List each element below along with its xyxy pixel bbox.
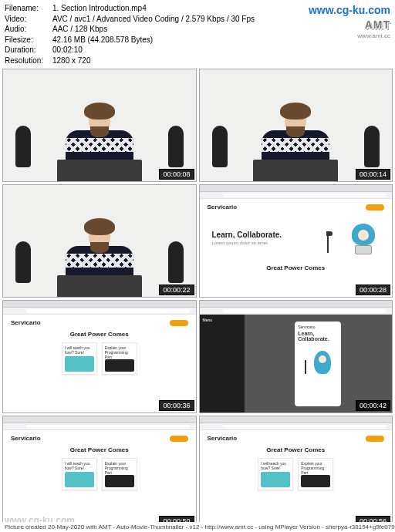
lamp-icon	[305, 360, 311, 374]
meta-label: Filename:	[5, 3, 52, 14]
meta-label: Video:	[5, 14, 52, 25]
card-caption: Explain your Programming Part	[105, 345, 134, 359]
browser-address-bar	[200, 192, 393, 199]
hero-illustration	[324, 219, 380, 256]
browser-tab-bar	[3, 416, 196, 423]
offer-card: I will teach you how? Sure!	[62, 458, 97, 490]
card-caption: Explain your Programming Part	[105, 461, 134, 475]
meta-resolution: Resolution:1280 x 720	[5, 56, 390, 66]
meta-value: 00:02:10	[52, 45, 83, 56]
offer-card: Explain your Programming Part	[102, 458, 137, 490]
thumbnail-8: Servicario Great Power Comes I will teac…	[199, 416, 393, 529]
card-image	[261, 472, 290, 487]
hero-section: Learn, Collaborate. Lorem ipsum dolor si…	[208, 215, 385, 260]
card-caption: I will teach you how? Sure!	[261, 461, 290, 470]
cta-button	[170, 320, 188, 326]
section-heading: Great Power Comes	[208, 446, 385, 453]
hero-title: Learn, Collaborate.	[298, 331, 338, 342]
brand-logo: Servicario	[298, 325, 338, 329]
browser-tab-bar	[200, 301, 393, 308]
cta-button	[170, 436, 188, 442]
card-caption: I will teach you how? Sure!	[65, 461, 94, 470]
site-nav: Servicario	[208, 435, 385, 442]
devtools-heading: Menu	[203, 318, 241, 322]
site-nav: Servicario	[208, 204, 385, 210]
timestamp: 00:00:08	[159, 169, 194, 180]
microphone-icon	[168, 241, 184, 283]
meta-label: Audio:	[5, 24, 52, 35]
laptop-icon	[57, 160, 142, 181]
thumbnail-2: 00:00:14	[199, 69, 393, 182]
thumbnail-6: Menu Servicario Learn, Collaborate. 00:0…	[199, 300, 393, 413]
hero-subtitle: Lorem ipsum dolor sit amet	[212, 241, 282, 245]
microphone-icon	[212, 126, 228, 167]
microphone-icon	[364, 126, 380, 167]
timestamp: 00:00:28	[356, 285, 390, 295]
browser-tab-bar	[3, 301, 196, 308]
timestamp: 00:00:22	[159, 285, 194, 295]
meta-value: 1. Section Introduction.mp4	[52, 3, 147, 14]
thumbnail-7: Servicario Great Power Comes I will teac…	[2, 416, 197, 529]
thumbnail-4: Servicario Learn, Collaborate. Lorem ips…	[199, 184, 393, 298]
timestamp: 00:00:42	[356, 400, 390, 411]
section-heading: Great Power Comes	[11, 331, 188, 338]
card-image	[65, 472, 94, 487]
card-image	[105, 475, 134, 487]
card-caption: I will teach you how? Sure!	[65, 345, 94, 355]
hero-illustration	[298, 343, 338, 374]
meta-value: AVC / avc1 / Advanced Video Coding / 2.5…	[52, 14, 255, 25]
phone-frame: Servicario Learn, Collaborate.	[295, 322, 341, 406]
watermark-link: www.cg-ku.com	[309, 3, 390, 18]
watermark-amt-logo: AMT	[309, 18, 390, 32]
browser-tab-bar	[200, 416, 393, 423]
browser-address-bar	[200, 308, 393, 315]
offer-card: Explain your Programming Part	[102, 342, 137, 375]
meta-value: 42.16 MB (44.208.578 Bytes)	[52, 35, 153, 45]
thumbnail-5: Servicario Great Power Comes I will teac…	[2, 300, 197, 413]
microphone-icon	[15, 241, 31, 283]
offer-card: I will teach you how? Sure!	[62, 342, 97, 375]
microphone-icon	[168, 126, 184, 167]
brand-logo: Servicario	[208, 435, 238, 442]
offer-card: Explain your Programming Part	[298, 458, 333, 490]
metadata-block: Filename:1. Section Introduction.mp4 Vid…	[0, 0, 395, 69]
thumbnail-grid: 00:00:08 00:00:14 00:00:22 Servicario	[0, 69, 395, 529]
meta-value: AAC / 128 Kbps	[52, 24, 107, 35]
footer-credit: Picture created 20-May-2020 with AMT - A…	[0, 522, 395, 532]
card-caption: Explain your Programming Part	[301, 461, 330, 475]
browser-address-bar	[3, 308, 196, 315]
microphone-icon	[15, 126, 31, 167]
card-image	[65, 356, 94, 372]
presenter-figure	[61, 223, 138, 297]
watermark-subtext: www.amt.cc	[309, 32, 390, 41]
corner-watermark: www.cg-ku.com AMT www.amt.cc	[309, 3, 390, 41]
laptop-icon	[253, 160, 338, 181]
meta-duration: Duration:00:02:10	[5, 45, 390, 56]
lamp-icon	[327, 236, 335, 253]
person-illustration	[352, 224, 375, 254]
timestamp: 00:00:14	[356, 169, 390, 180]
presenter-figure	[257, 107, 334, 181]
hero-title: Learn, Collaborate.	[212, 231, 282, 239]
brand-logo: Servicario	[208, 204, 238, 210]
thumbnail-3: 00:00:22	[2, 184, 197, 298]
section-heading: Great Power Comes	[208, 264, 385, 271]
site-nav: Servicario	[11, 435, 188, 442]
site-nav: Servicario	[11, 319, 188, 326]
presenter-figure	[61, 107, 138, 181]
card-row: I will teach you how? Sure! Explain your…	[208, 458, 385, 490]
person-illustration	[314, 351, 331, 374]
browser-tab-bar	[200, 185, 393, 192]
meta-label: Resolution:	[5, 56, 52, 66]
browser-address-bar	[3, 423, 196, 430]
timestamp: 00:00:36	[159, 400, 194, 411]
meta-value: 1280 x 720	[52, 56, 91, 66]
brand-logo: Servicario	[11, 319, 41, 326]
mobile-preview: Servicario Learn, Collaborate.	[245, 315, 393, 412]
laptop-icon	[57, 275, 142, 297]
card-image	[105, 359, 134, 372]
card-image	[301, 475, 330, 487]
meta-label: Filesize:	[5, 35, 52, 45]
card-row: I will teach you how? Sure! Explain your…	[11, 342, 188, 375]
brand-logo: Servicario	[11, 435, 41, 442]
